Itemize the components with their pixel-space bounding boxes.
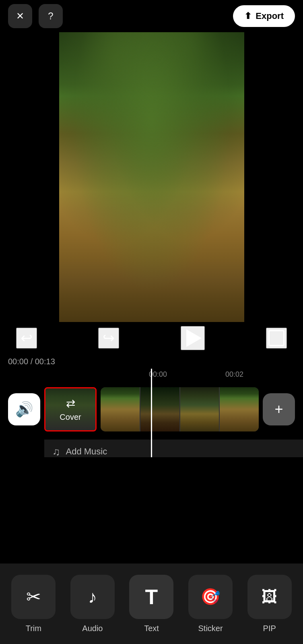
video-background [59,32,244,322]
strip-frame-3 [180,387,219,431]
export-icon: ⬆ [244,11,251,21]
timeline: 00:00 / 00:13 00:00 00:02 🔊 ⇄ Cover [0,354,303,459]
audio-label: Audio [82,624,103,633]
export-label: Export [256,11,284,21]
header: ✕ ? ⬆ Export [0,0,303,32]
strip-frame-2 [140,387,179,431]
volume-button[interactable]: 🔊 [8,393,40,425]
close-button[interactable]: ✕ [8,4,32,28]
text-label: Text [144,624,159,633]
sticker-icon-wrap: 🎯 [188,575,233,619]
sticker-label: Sticker [198,624,223,633]
trim-icon-wrap: ✂ [11,575,56,619]
undo-icon: ↩ [21,330,33,347]
play-icon [186,329,202,347]
volume-icon: 🔊 [15,401,33,418]
pip-icon-wrap: 🖼 [247,575,292,619]
text-icon-wrap: T [129,575,173,619]
cover-thumbnail[interactable]: ⇄ Cover [44,387,97,431]
redo-button[interactable]: ↪ [98,328,119,349]
video-strip[interactable] [101,387,259,431]
cover-swap-icon: ⇄ [66,397,75,410]
text-icon: T [145,585,158,609]
play-button[interactable] [181,326,205,350]
tool-item-trim[interactable]: ✂ Trim [7,575,60,633]
help-button[interactable]: ? [39,4,63,28]
fullscreen-button[interactable] [266,328,287,349]
fullscreen-icon [268,330,284,346]
audio-icon: ♪ [88,587,97,607]
ruler-mark-2: 00:02 [225,370,243,379]
tool-item-pip[interactable]: 🖼 PIP [243,575,296,633]
add-icon: + [274,401,283,418]
current-time: 00:00 / 00:13 [8,357,55,366]
cover-label: Cover [60,413,81,422]
pip-icon: 🖼 [262,588,278,606]
redo-icon: ↪ [103,330,115,347]
trim-label: Trim [26,624,41,633]
add-music-label: Add Music [66,446,107,457]
video-preview [59,32,244,322]
pip-label: PIP [263,624,276,633]
video-scene [59,32,244,322]
strip-frame-1 [101,387,140,431]
sticker-icon: 🎯 [200,587,221,606]
bottom-toolbar: ✂ Trim ♪ Audio T Text 🎯 Sticker 🖼 PIP [0,564,303,644]
time-labels: 00:00 / 00:13 [0,354,303,369]
export-button[interactable]: ⬆ Export [233,5,295,27]
music-note-icon: ♫ [52,446,60,458]
music-row[interactable]: ♫ Add Music [44,440,303,457]
add-clip-button[interactable]: + [263,393,295,425]
playhead [151,369,152,457]
undo-button[interactable]: ↩ [16,328,37,349]
time-ruler: 00:00 00:02 🔊 ⇄ Cover [0,369,303,457]
tool-item-sticker[interactable]: 🎯 Sticker [184,575,237,633]
tool-item-text[interactable]: T Text [125,575,177,633]
header-left-controls: ✕ ? [8,4,63,28]
tool-item-audio[interactable]: ♪ Audio [66,575,119,633]
audio-icon-wrap: ♪ [70,575,115,619]
trim-icon: ✂ [26,586,41,607]
strip-frame-4 [220,387,259,431]
controls-bar: ↩ ↪ [0,322,303,354]
